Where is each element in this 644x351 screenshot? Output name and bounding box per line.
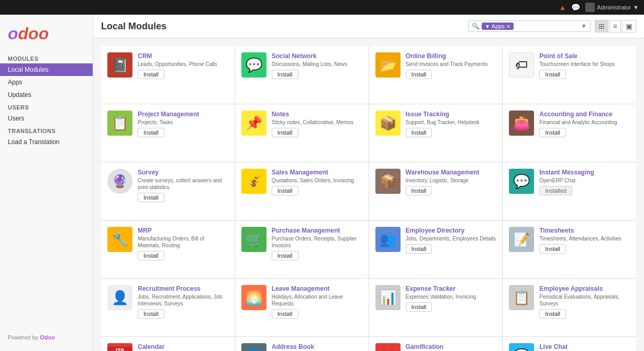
module-header: 💬 Live Chat Live Chat with Visitors/Cust… <box>509 343 630 351</box>
module-info: Employee Appraisals Periodical Evaluatio… <box>539 285 630 319</box>
module-card: 📦 Warehouse Management Inventory, Logist… <box>369 162 503 220</box>
module-header: 💰 Sales Management Quotations, Sales Ord… <box>241 169 362 195</box>
content-header: Local Modules 🔍 ▼ Apps ✕ ▼ ⊞ ≡ ▣ <box>93 15 644 38</box>
search-icon: 🔍 <box>472 23 480 30</box>
module-desc: Discussions, Mailing Lists, News <box>272 61 362 68</box>
module-desc: Send Invoices and Track Payments <box>406 61 496 68</box>
admin-menu[interactable]: Administrator ▼ <box>585 3 639 12</box>
list-view-button[interactable]: ≡ <box>609 20 621 32</box>
search-options-icon[interactable]: ▼ <box>581 23 587 30</box>
module-name: MRP <box>138 227 228 234</box>
module-info: Employee Directory Jobs, Departments, Em… <box>406 227 496 254</box>
sidebar-item-load-translation[interactable]: Load a Translation <box>0 136 93 148</box>
module-name: CRM <box>138 52 228 60</box>
module-icon: 🏷 <box>509 52 534 78</box>
module-info: Warehouse Management Inventory, Logistic… <box>406 169 496 195</box>
install-button[interactable]: Install <box>539 70 566 79</box>
sidebar-item-local-modules[interactable]: Local Modules <box>0 63 93 76</box>
module-info: Recruitment Process Jobs, Recruitment, A… <box>138 285 228 319</box>
install-button[interactable]: Install <box>406 186 432 195</box>
install-button[interactable]: Install <box>138 251 164 260</box>
install-button[interactable]: Install <box>272 309 298 319</box>
install-button[interactable]: Install <box>272 70 298 79</box>
filter-icon: ▼ <box>485 24 490 29</box>
install-button[interactable]: Install <box>539 244 566 254</box>
chevron-down-icon: ▼ <box>633 4 639 10</box>
module-name: Expense Tracker <box>406 285 496 292</box>
module-header: 📓 CRM Leads, Opportunities, Phone Calls … <box>107 52 228 79</box>
module-header: 📂 Online Billing Send Invoices and Track… <box>375 52 496 79</box>
module-icon: 💰 <box>241 169 267 194</box>
module-header: 🎮 Gamification Install <box>375 343 496 351</box>
filter-tag[interactable]: ▼ Apps ✕ <box>482 23 514 30</box>
module-card: 📋 Project Management Projects, Tasks Ins… <box>101 104 235 162</box>
sidebar-item-users[interactable]: Users <box>0 112 93 125</box>
content-area: Local Modules 🔍 ▼ Apps ✕ ▼ ⊞ ≡ ▣ <box>93 15 644 351</box>
install-button[interactable]: Install <box>138 193 164 202</box>
install-button[interactable]: Install <box>539 128 566 137</box>
module-card: 💬 Instant Messaging OpenERP Chat Install… <box>503 162 636 220</box>
section-translations: Translations <box>0 125 93 136</box>
modules-grid: 📓 CRM Leads, Opportunities, Phone Calls … <box>101 46 636 351</box>
module-name: Recruitment Process <box>138 285 228 292</box>
module-name: Point of Sale <box>539 52 630 60</box>
module-name: Instant Messaging <box>539 169 630 176</box>
module-card: 📌 Notes Sticky notes, Collaborative, Mem… <box>235 104 369 162</box>
module-info: Survey Create surveys, collect answers a… <box>138 169 228 202</box>
module-card: 📦 Issue Tracking Support, Bug Tracker, H… <box>369 104 503 162</box>
module-header: 🔧 MRP Manufacturing Orders, Bill of Mate… <box>107 227 228 260</box>
install-button[interactable]: Install <box>138 128 164 137</box>
module-info: Purchase Management Purchase Orders, Rec… <box>272 227 362 260</box>
module-name: Project Management <box>138 111 228 118</box>
page-title: Local Modules <box>101 21 166 32</box>
module-name: Sales Management <box>272 169 362 176</box>
topbar: ▲ 💬 Administrator ▼ <box>0 0 644 15</box>
module-icon: 👤 <box>241 343 267 351</box>
module-header: 📦 Issue Tracking Support, Bug Tracker, H… <box>375 111 496 137</box>
module-header: 📊 Expense Tracker Expenses Validation, I… <box>375 285 496 312</box>
module-card: 📊 Expense Tracker Expenses Validation, I… <box>369 279 503 336</box>
chat-icon[interactable]: 💬 <box>571 3 580 12</box>
grid-view-button[interactable]: ⊞ <box>595 20 608 32</box>
module-card: 🎮 Gamification Install <box>369 337 503 351</box>
module-desc: Expenses Validation, Invoicing <box>406 293 496 300</box>
module-icon: 📓 <box>107 52 132 78</box>
module-header: 🏷 Point of Sale Touchscreen Interface fo… <box>509 52 630 79</box>
module-header: 📝 Timesheets Timesheets, Attendances, Ac… <box>509 227 630 254</box>
module-icon: 👛 <box>509 111 534 136</box>
sidebar-item-updates[interactable]: Updates <box>0 89 93 101</box>
install-button[interactable]: Install <box>138 309 164 319</box>
install-button[interactable]: Install <box>539 309 566 319</box>
module-header: FEB 24 Calendar Personal & Shared Calend… <box>107 343 228 351</box>
content-body: 📓 CRM Leads, Opportunities, Phone Calls … <box>93 38 644 351</box>
module-card: 🌅 Leave Management Holidays, Allocation … <box>235 279 369 336</box>
module-desc: Sticky notes, Collaborative, Memos <box>272 119 362 126</box>
view-buttons: ⊞ ≡ ▣ <box>595 20 636 32</box>
kanban-view-button[interactable]: ▣ <box>622 20 636 32</box>
module-header: 👤 Recruitment Process Jobs, Recruitment,… <box>107 285 228 319</box>
module-icon: 🔧 <box>107 227 132 252</box>
module-icon: 🌅 <box>241 285 267 310</box>
module-desc: Leads, Opportunities, Phone Calls <box>138 61 228 68</box>
install-button[interactable]: Install <box>272 186 298 195</box>
filter-close-icon[interactable]: ✕ <box>506 24 510 29</box>
module-header: 📋 Employee Appraisals Periodical Evaluat… <box>509 285 630 319</box>
module-name: Gamification <box>406 343 496 350</box>
sidebar-item-apps[interactable]: Apps <box>0 76 93 89</box>
module-card: 🔮 Survey Create surveys, collect answers… <box>101 162 235 220</box>
install-button[interactable]: Install <box>272 251 298 260</box>
alert-icon[interactable]: ▲ <box>559 3 566 12</box>
install-button[interactable]: Install <box>406 302 432 312</box>
module-icon: 👥 <box>375 227 401 252</box>
section-modules: Modules <box>0 52 93 63</box>
install-button[interactable]: Install <box>406 128 432 137</box>
search-input[interactable] <box>516 23 579 30</box>
install-button[interactable]: Install <box>138 70 164 79</box>
install-button[interactable]: Install <box>272 128 298 137</box>
module-card: 📂 Online Billing Send Invoices and Track… <box>369 46 503 104</box>
module-card: 🛒 Purchase Management Purchase Orders, R… <box>235 221 369 278</box>
install-button[interactable]: Install <box>406 244 432 254</box>
module-icon: 📦 <box>375 111 401 136</box>
install-button[interactable]: Install <box>406 70 432 79</box>
module-card: 👤 Recruitment Process Jobs, Recruitment,… <box>101 279 235 336</box>
